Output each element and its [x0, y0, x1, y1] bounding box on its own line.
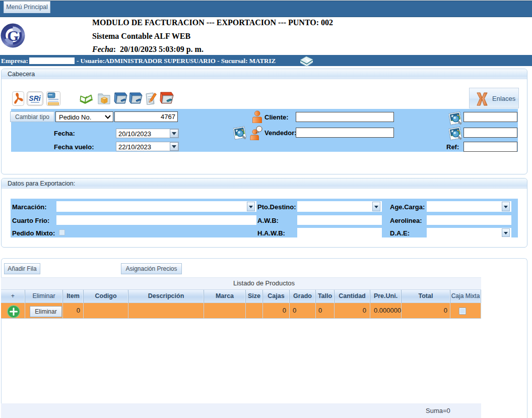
svg-text:G: G	[7, 27, 19, 44]
svg-text:SRi: SRi	[29, 94, 41, 102]
